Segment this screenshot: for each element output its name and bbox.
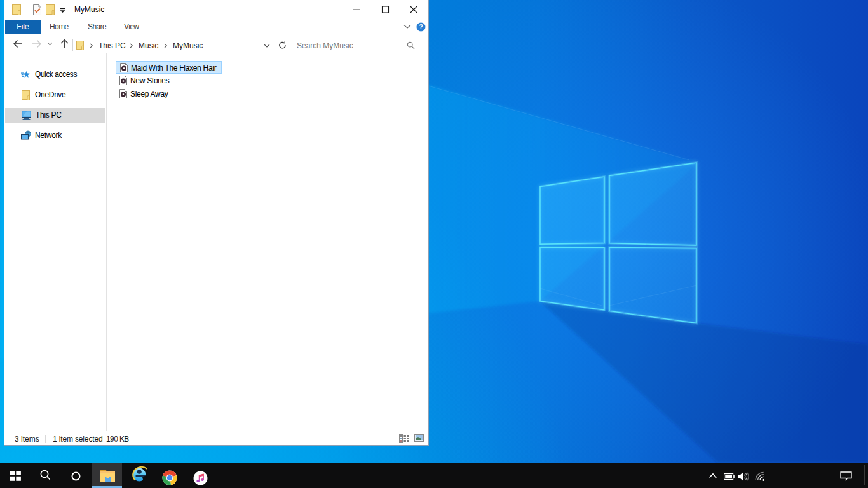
svg-text:?: ? (419, 23, 423, 30)
